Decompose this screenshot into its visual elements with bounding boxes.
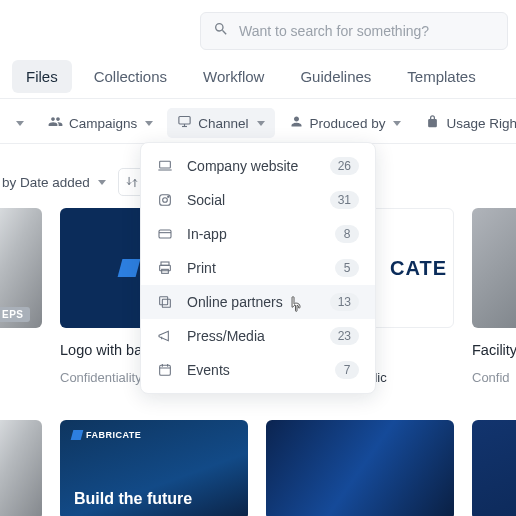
svg-rect-0 <box>179 117 190 125</box>
asset-card[interactable]: EPS <box>0 208 42 385</box>
sort-by-date[interactable]: by Date added <box>2 175 106 190</box>
asset-card[interactable] <box>472 420 516 516</box>
asset-thumbnail <box>266 420 454 516</box>
asset-thumbnail <box>0 420 42 516</box>
asset-thumbnail <box>472 420 516 516</box>
filter-label: Campaigns <box>69 116 137 131</box>
asset-card[interactable]: Facility Confid <box>472 208 516 385</box>
brand-mark-icon <box>117 259 140 277</box>
dropdown-count: 5 <box>335 259 359 277</box>
asset-card[interactable] <box>0 420 42 516</box>
tab-collections[interactable]: Collections <box>80 60 181 93</box>
copy-icon <box>157 294 173 310</box>
card-icon <box>157 226 173 242</box>
dropdown-item-in-app[interactable]: In-app 8 <box>141 217 375 251</box>
svg-rect-9 <box>159 230 171 238</box>
dropdown-label: Print <box>187 260 216 276</box>
dropdown-item-press-media[interactable]: Press/Media 23 <box>141 319 375 353</box>
filter-channel[interactable]: Channel <box>167 108 274 138</box>
asset-confidentiality: Confid <box>472 370 516 385</box>
dropdown-item-print[interactable]: Print 5 <box>141 251 375 285</box>
dropdown-count: 7 <box>335 361 359 379</box>
dropdown-count: 8 <box>335 225 359 243</box>
chevron-down-icon <box>257 121 265 126</box>
lock-icon <box>425 114 440 132</box>
sort-icon <box>125 175 139 189</box>
chevron-down-icon <box>98 180 106 185</box>
dropdown-label: Company website <box>187 158 298 174</box>
dropdown-label: Online partners <box>187 294 283 310</box>
svg-rect-14 <box>160 297 168 305</box>
print-icon <box>157 260 173 276</box>
chevron-down-icon <box>145 121 153 126</box>
svg-rect-13 <box>162 299 170 307</box>
brand-tag: FABRICATE <box>72 430 141 440</box>
divider <box>0 98 516 99</box>
dropdown-count: 26 <box>330 157 359 175</box>
sort-row: by Date added <box>0 168 146 196</box>
search-icon <box>213 21 239 41</box>
dropdown-item-social[interactable]: Social 31 <box>141 183 375 217</box>
chevron-down-icon <box>16 121 24 126</box>
svg-point-7 <box>163 198 168 203</box>
search-bar[interactable] <box>200 12 508 50</box>
asset-thumbnail: EPS <box>0 208 42 328</box>
calendar-icon <box>157 362 173 378</box>
dropdown-count: 31 <box>330 191 359 209</box>
filter-label: Channel <box>198 116 248 131</box>
laptop-icon <box>157 158 173 174</box>
asset-overlay-text: Build the future <box>74 490 192 508</box>
filter-usage-rights[interactable]: Usage Rights <box>415 108 516 138</box>
dropdown-label: Events <box>187 362 230 378</box>
tab-workflow[interactable]: Workflow <box>189 60 278 93</box>
asset-thumbnail: FABRICATE Build the future <box>60 420 248 516</box>
main-tabs: Files Collections Workflow Guidelines Te… <box>12 60 490 93</box>
asset-grid-row-2: FABRICATE Build the future <box>0 420 516 516</box>
filter-produced-by[interactable]: Produced by <box>279 108 412 138</box>
filter-campaigns[interactable]: Campaigns <box>38 108 163 138</box>
dropdown-label: Social <box>187 192 225 208</box>
asset-title: Facility <box>472 342 516 358</box>
user-icon <box>289 114 304 132</box>
tab-templates[interactable]: Templates <box>393 60 489 93</box>
filter-label: Usage Rights <box>446 116 516 131</box>
tab-guidelines[interactable]: Guidelines <box>286 60 385 93</box>
dropdown-item-events[interactable]: Events 7 <box>141 353 375 387</box>
asset-thumbnail <box>472 208 516 328</box>
dropdown-label: Press/Media <box>187 328 265 344</box>
asset-card[interactable]: FABRICATE Build the future <box>60 420 248 516</box>
chevron-down-icon <box>393 121 401 126</box>
dropdown-item-company-website[interactable]: Company website 26 <box>141 149 375 183</box>
tab-files[interactable]: Files <box>12 60 72 93</box>
dropdown-item-online-partners[interactable]: Online partners 13 <box>141 285 375 319</box>
instagram-icon <box>157 192 173 208</box>
dropdown-label: In-app <box>187 226 227 242</box>
svg-point-8 <box>168 196 169 197</box>
people-icon <box>48 114 63 132</box>
sort-label: by Date added <box>2 175 90 190</box>
filter-unknown-left[interactable] <box>4 115 34 132</box>
channel-dropdown: Company website 26 Social 31 In-app 8 Pr… <box>140 142 376 394</box>
megaphone-icon <box>157 328 173 344</box>
search-input[interactable] <box>239 23 495 39</box>
dropdown-count: 13 <box>330 293 359 311</box>
filter-label: Produced by <box>310 116 386 131</box>
format-badge: EPS <box>0 307 30 322</box>
svg-rect-12 <box>162 269 169 273</box>
cursor-pointer-icon <box>288 296 306 314</box>
dropdown-count: 23 <box>330 327 359 345</box>
brand-text: CATE <box>390 257 447 280</box>
svg-rect-5 <box>160 161 171 168</box>
filter-bar: Campaigns Channel Produced by Usage Righ… <box>0 104 516 142</box>
svg-rect-15 <box>160 365 171 375</box>
asset-card[interactable] <box>266 420 454 516</box>
monitor-icon <box>177 114 192 132</box>
